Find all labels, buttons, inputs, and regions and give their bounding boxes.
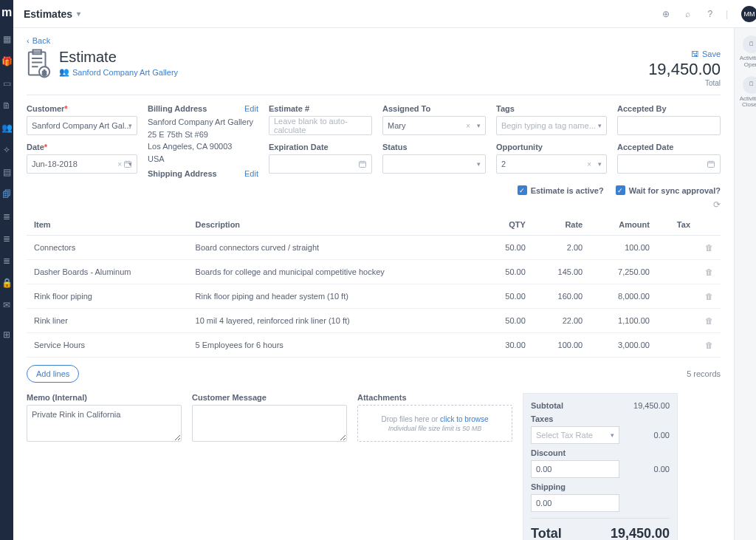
nav-lock-icon[interactable]: 🔒 (0, 276, 13, 290)
customer-link[interactable]: 👥 Sanford Company Art Gallery (59, 67, 178, 77)
accepted-by-label: Accepted By (617, 104, 667, 113)
sync-approval-checkbox[interactable]: ✓Wait for sync approval? (616, 185, 721, 195)
tags-input[interactable]: Begin typing a tag name... (496, 116, 607, 135)
memo-label: Memo (Internal) (27, 393, 87, 402)
calendar-icon (358, 160, 367, 168)
browse-link[interactable]: click to browse (440, 415, 489, 423)
nav-estimate-icon[interactable]: 🗐 (0, 188, 13, 201)
delete-row-icon[interactable]: 🗑 (698, 236, 721, 260)
estimate-active-checkbox[interactable]: ✓Estimate is active? (518, 185, 604, 195)
add-lines-button[interactable]: Add lines (27, 365, 79, 383)
discount-input[interactable]: 0.00 (531, 460, 619, 478)
avatar[interactable]: MM (741, 6, 756, 22)
save-disk-icon: 🖫 (691, 49, 699, 58)
save-link[interactable]: 🖫 Save (691, 49, 721, 58)
estimate-doc-icon: $ (27, 49, 52, 78)
delete-row-icon[interactable]: 🗑 (698, 309, 721, 333)
discount-value: 0.00 (654, 465, 670, 474)
right-rail: 🗒 Activities Open 🗒 Activities Closed (734, 28, 756, 540)
nav-gift-icon[interactable]: 🎁 (0, 55, 13, 68)
record-count: 5 records (687, 369, 721, 378)
nav-list2-icon[interactable]: ≣ (0, 232, 13, 245)
refresh-icon[interactable]: ⟳ (713, 199, 721, 210)
nav-report-icon[interactable]: ▤ (0, 165, 13, 179)
nav-mail-icon[interactable]: ✉ (0, 298, 13, 312)
billing-addr-label: Billing Address (148, 104, 207, 113)
page-title: Estimate (59, 49, 178, 66)
table-row[interactable]: Rink floor pipingRink floor piping and h… (27, 284, 721, 309)
delete-row-icon[interactable]: 🗑 (698, 333, 721, 358)
total-value: 19,450.00 (611, 526, 670, 540)
col-qty[interactable]: QTY (482, 214, 533, 236)
col-tax[interactable]: Tax (657, 214, 698, 236)
assigned-select[interactable]: Mary× (382, 116, 486, 135)
chevron-down-icon[interactable]: ▾ (77, 10, 80, 18)
people-icon: 👥 (59, 67, 69, 77)
estimate-no-label: Estimate # (269, 104, 309, 113)
nav-card-icon[interactable]: ▭ (0, 77, 13, 90)
subtotal-label: Subtotal (531, 401, 563, 410)
help-icon[interactable]: ? (704, 7, 717, 21)
customer-select[interactable]: Sanford Company Art Gal... (27, 116, 137, 135)
customer-msg-textarea[interactable] (192, 405, 347, 442)
attachments-dropzone[interactable]: Drop files here or click to browse Indiv… (357, 405, 512, 442)
total-label: Total (531, 526, 562, 540)
expiration-label: Expiration Date (269, 143, 329, 151)
page-module-title[interactable]: Estimates (24, 8, 72, 20)
accepted-by-input[interactable] (617, 116, 721, 135)
table-row[interactable]: ConnectorsBoard connectors curved / stra… (27, 236, 721, 260)
clipboard-icon: 🗒 (743, 35, 757, 53)
col-item[interactable]: Item (27, 214, 188, 236)
totals-panel: Subtotal19,450.00 Taxes Select Tax Rate … (523, 393, 678, 540)
left-sidebar: m ▦ 🎁 ▭ 🗎 👥 ✧ ▤ 🗐 ≣ ≣ ≣ 🔒 ✉ ⊞ (0, 0, 13, 540)
memo-textarea[interactable]: Private Rink in California (27, 405, 182, 442)
customer-msg-label: Customer Message (192, 393, 267, 402)
discount-label: Discount (531, 448, 670, 457)
line-items-table: Item Description QTY Rate Amount Tax Con… (27, 214, 721, 358)
col-amount[interactable]: Amount (590, 214, 657, 236)
nav-grid-icon[interactable]: ⊞ (0, 328, 13, 341)
table-row[interactable]: Service Hours5 Employees for 6 hours30.0… (27, 333, 721, 358)
chevron-left-icon: ‹ (27, 36, 30, 45)
nav-list1-icon[interactable]: ≣ (0, 210, 13, 223)
table-row[interactable]: Dasher Boards - AluminumBoards for colle… (27, 260, 721, 284)
tax-rate-select[interactable]: Select Tax Rate (531, 426, 619, 444)
customer-label: Customer (27, 104, 64, 113)
col-rate[interactable]: Rate (533, 214, 590, 236)
edit-billing-link[interactable]: Edit (244, 104, 258, 113)
attachments-label: Attachments (357, 393, 407, 402)
search-icon[interactable]: ⌕ (681, 7, 695, 21)
svg-rect-3 (125, 162, 131, 168)
taxes-value: 0.00 (654, 431, 670, 440)
estimate-no-input[interactable]: Leave blank to auto-calculate (269, 116, 372, 135)
activities-closed[interactable]: 🗒 Activities Closed (735, 76, 756, 109)
nav-people-icon[interactable]: 👥 (0, 121, 13, 134)
add-icon[interactable]: ⊕ (659, 7, 673, 21)
date-label: Date (27, 143, 44, 151)
nav-list3-icon[interactable]: ≣ (0, 254, 13, 267)
table-row[interactable]: Rink liner10 mil 4 layered, reinforced r… (27, 309, 721, 333)
header-total-value: 19,450.00 (648, 60, 721, 79)
nav-doc-icon[interactable]: 🗎 (0, 99, 13, 112)
opportunity-select[interactable]: 2× (496, 154, 607, 174)
svg-rect-5 (708, 162, 715, 168)
status-select[interactable] (382, 154, 486, 174)
svg-rect-4 (360, 162, 366, 168)
col-desc[interactable]: Description (188, 214, 483, 236)
delete-row-icon[interactable]: 🗑 (698, 284, 721, 309)
expiration-input[interactable] (269, 154, 372, 174)
calendar-icon (123, 160, 132, 168)
nav-bulb-icon[interactable]: ✧ (0, 143, 13, 157)
clear-icon[interactable]: × (117, 160, 122, 168)
clear-icon[interactable]: × (587, 160, 591, 168)
app-logo: m (1, 4, 12, 24)
activities-open[interactable]: 🗒 Activities Open (735, 35, 756, 69)
clear-icon[interactable]: × (466, 122, 470, 130)
accepted-date-input[interactable] (617, 154, 721, 174)
shipping-input[interactable]: 0.00 (531, 494, 619, 512)
edit-shipping-link[interactable]: Edit (244, 169, 258, 178)
back-link[interactable]: ‹ Back (27, 36, 50, 45)
date-input[interactable]: Jun-18-2018× (27, 154, 137, 174)
nav-dashboard-icon[interactable]: ▦ (0, 33, 13, 46)
delete-row-icon[interactable]: 🗑 (698, 260, 721, 284)
